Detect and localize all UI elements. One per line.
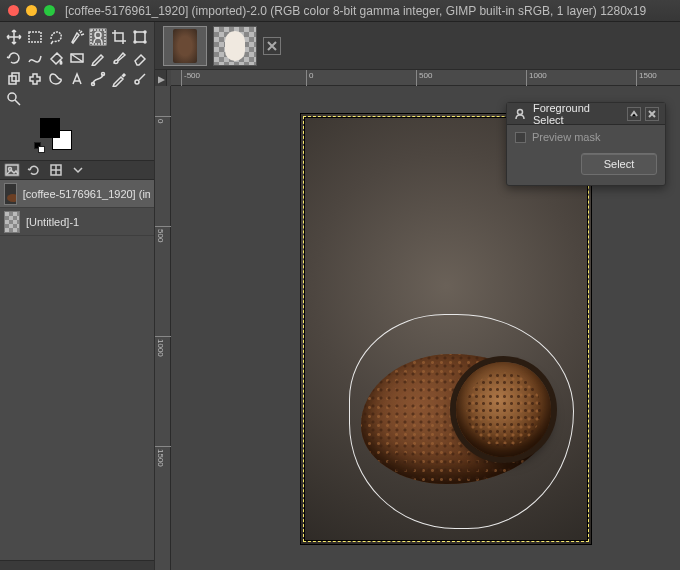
dock-footer	[0, 560, 154, 570]
toolbox-row-extra	[0, 88, 154, 114]
foreground-color-swatch[interactable]	[40, 118, 60, 138]
dock-tabstrip	[0, 160, 154, 180]
dialog-collapse-button[interactable]	[627, 107, 641, 121]
open-image-thumb[interactable]	[213, 26, 257, 66]
dialog-header[interactable]: Foreground Select	[507, 103, 665, 125]
svg-rect-0	[29, 32, 41, 42]
tool-eraser[interactable]	[131, 49, 149, 67]
svg-point-14	[8, 93, 16, 101]
tab-channels[interactable]	[48, 163, 64, 177]
ruler-tick-label: 0	[309, 71, 313, 80]
image-thumbnail	[4, 183, 17, 205]
ruler-tick-label: 500	[419, 71, 432, 80]
svg-point-1	[95, 32, 101, 38]
ruler-horizontal[interactable]: -500 0 500 1000 1500	[171, 70, 680, 86]
window-title: [coffee-5176961_1920] (imported)-2.0 (RG…	[65, 4, 646, 18]
open-image-thumb[interactable]	[163, 26, 207, 66]
tool-zoom[interactable]	[5, 90, 23, 108]
tool-heal[interactable]	[26, 70, 44, 88]
preview-mask-checkbox[interactable]	[515, 132, 526, 143]
tool-rotate[interactable]	[5, 49, 23, 67]
image-list-label: [coffee-5176961_1920] (imported)	[23, 188, 150, 200]
image-thumbnail	[4, 211, 20, 233]
canvas[interactable]: Foreground Select Preview mask Select	[171, 86, 680, 570]
tab-images[interactable]	[4, 163, 20, 177]
close-image-button[interactable]	[263, 37, 281, 55]
ruler-tick-label: 1000	[529, 71, 547, 80]
dialog-close-button[interactable]	[645, 107, 659, 121]
tab-undo-history[interactable]	[26, 163, 42, 177]
tool-path[interactable]	[89, 70, 107, 88]
tool-foreground-select[interactable]	[89, 28, 107, 46]
zoom-window-button[interactable]	[44, 5, 55, 16]
tool-bucket-fill[interactable]	[47, 49, 65, 67]
tool-text[interactable]	[68, 70, 86, 88]
image-list-label: [Untitled]-1	[26, 216, 79, 228]
window-controls	[8, 5, 55, 16]
tool-fuzzy-select[interactable]	[68, 28, 86, 46]
canvas-area: -500 0 500 1000 1500 0 500 1000 1500 For…	[155, 70, 680, 570]
tool-clone[interactable]	[5, 70, 23, 88]
svg-point-18	[518, 109, 523, 114]
ruler-vertical[interactable]: 0 500 1000 1500	[155, 86, 171, 570]
tool-free-select[interactable]	[47, 28, 65, 46]
close-window-button[interactable]	[8, 5, 19, 16]
tool-pencil[interactable]	[89, 49, 107, 67]
tool-rect-select[interactable]	[26, 28, 44, 46]
tool-smudge[interactable]	[47, 70, 65, 88]
subject-coffee	[361, 334, 561, 504]
foreground-select-dialog[interactable]: Foreground Select Preview mask Select	[506, 102, 666, 186]
titlebar: [coffee-5176961_1920] (imported)-2.0 (RG…	[0, 0, 680, 22]
tool-unified-transform[interactable]	[131, 28, 149, 46]
dialog-body: Preview mask Select	[507, 125, 665, 185]
ruler-tick-label: 500	[156, 229, 165, 242]
preview-mask-row[interactable]: Preview mask	[515, 131, 657, 143]
image-list-item[interactable]: [coffee-5176961_1920] (imported)	[0, 180, 154, 208]
tool-color-picker[interactable]	[110, 70, 128, 88]
tool-move[interactable]	[5, 28, 23, 46]
foreground-select-icon	[513, 107, 527, 121]
ruler-tick-label: 0	[156, 119, 165, 123]
preview-mask-label: Preview mask	[532, 131, 600, 143]
tool-paintbrush[interactable]	[110, 49, 128, 67]
open-images-bar	[155, 22, 680, 70]
select-button[interactable]: Select	[581, 153, 657, 175]
dialog-title: Foreground Select	[533, 102, 621, 126]
ruler-tick-label: 1500	[156, 449, 165, 467]
svg-point-13	[135, 80, 139, 84]
ruler-tick-label: 1000	[156, 339, 165, 357]
image-list-item[interactable]: [Untitled]-1	[0, 208, 154, 236]
default-colors-icon[interactable]	[34, 142, 44, 152]
color-swatches[interactable]	[40, 118, 80, 154]
tool-warp[interactable]	[26, 49, 44, 67]
tool-crop[interactable]	[110, 28, 128, 46]
minimize-window-button[interactable]	[26, 5, 37, 16]
images-list: [coffee-5176961_1920] (imported) [Untitl…	[0, 180, 154, 560]
ruler-tick-label: -500	[184, 71, 200, 80]
toolbox	[0, 22, 154, 88]
svg-rect-3	[135, 32, 145, 42]
ruler-tick-label: 1500	[639, 71, 657, 80]
left-dock: [coffee-5176961_1920] (imported) [Untitl…	[0, 22, 155, 570]
tool-gradient[interactable]	[68, 49, 86, 67]
tab-menu-icon[interactable]	[70, 163, 86, 177]
tool-measure[interactable]	[131, 70, 149, 88]
